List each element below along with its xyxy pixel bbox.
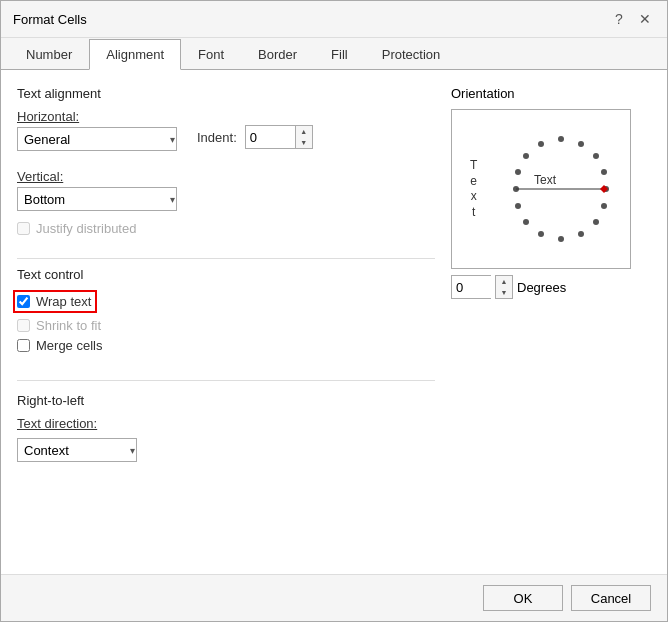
indent-down-button[interactable]: ▼ <box>296 137 312 148</box>
justify-distributed-checkbox[interactable] <box>17 222 30 235</box>
orient-dot-14 <box>515 169 521 175</box>
ok-button[interactable]: OK <box>483 585 563 611</box>
orientation-dots-area: Text <box>492 110 630 268</box>
left-panel: Text alignment Horizontal: General Left … <box>17 86 435 558</box>
title-bar-left: Format Cells <box>13 12 87 27</box>
format-cells-dialog: Format Cells ? ✕ Number Alignment Font B… <box>0 0 668 622</box>
horizontal-label: Horizontal: <box>17 109 435 124</box>
degrees-label: Degrees <box>517 280 566 295</box>
tab-protection[interactable]: Protection <box>365 39 458 70</box>
indent-label: Indent: <box>197 130 237 145</box>
merge-cells-label: Merge cells <box>36 338 102 353</box>
tab-border[interactable]: Border <box>241 39 314 70</box>
horizontal-select[interactable]: General Left Center Right Fill Justify <box>17 127 177 151</box>
cancel-button[interactable]: Cancel <box>571 585 651 611</box>
tab-fill[interactable]: Fill <box>314 39 365 70</box>
vertical-select-wrapper: Top Center Bottom Justify Distributed ▾ <box>17 187 177 211</box>
justify-distributed-row: Justify distributed <box>17 221 435 236</box>
orient-dot-6 <box>601 203 607 209</box>
text-alignment-section-title: Text alignment <box>17 86 435 101</box>
orient-dot-9 <box>558 236 564 242</box>
wrap-text-label: Wrap text <box>36 294 91 309</box>
wrap-text-row: Wrap text <box>17 290 435 313</box>
tab-content: Text alignment Horizontal: General Left … <box>1 70 667 574</box>
orient-dot-7 <box>593 219 599 225</box>
shrink-to-fit-checkbox[interactable] <box>17 319 30 332</box>
footer: OK Cancel <box>1 574 667 621</box>
orient-dot-4 <box>601 169 607 175</box>
wrap-text-highlight: Wrap text <box>13 290 97 313</box>
indent-up-button[interactable]: ▲ <box>296 126 312 137</box>
dialog-title: Format Cells <box>13 12 87 27</box>
tab-font[interactable]: Font <box>181 39 241 70</box>
degrees-input[interactable] <box>451 275 491 299</box>
merge-cells-row: Merge cells <box>17 338 435 353</box>
wrap-text-checkbox[interactable] <box>17 295 30 308</box>
title-bar: Format Cells ? ✕ <box>1 1 667 38</box>
orient-dot-3 <box>593 153 599 159</box>
orientation-svg[interactable]: Text <box>496 124 626 254</box>
tab-number[interactable]: Number <box>9 39 89 70</box>
text-direction-label: Text direction: <box>17 416 435 431</box>
degrees-up-button[interactable]: ▲ <box>496 276 512 287</box>
orient-dot-11 <box>523 219 529 225</box>
orient-dot-1 <box>558 136 564 142</box>
indent-spinner-buttons: ▲ ▼ <box>295 125 313 149</box>
text-direction-select[interactable]: Context Left-to-Right Right-to-Left <box>17 438 137 462</box>
merge-cells-checkbox[interactable] <box>17 339 30 352</box>
right-panel: Orientation T e x t <box>451 86 651 558</box>
orient-dot-12 <box>515 203 521 209</box>
indent-spinner: ▲ ▼ <box>245 125 313 149</box>
close-button[interactable]: ✕ <box>635 9 655 29</box>
indent-row: Indent: ▲ ▼ <box>197 125 435 149</box>
divider-1 <box>17 258 435 259</box>
orient-dot-2 <box>578 141 584 147</box>
text-control-title: Text control <box>17 267 435 282</box>
text-direction-select-wrapper: Context Left-to-Right Right-to-Left ▾ <box>17 438 137 462</box>
justify-distributed-label: Justify distributed <box>36 221 136 236</box>
shrink-to-fit-label: Shrink to fit <box>36 318 101 333</box>
title-bar-right: ? ✕ <box>609 9 655 29</box>
rtl-section: Right-to-left Text direction: Context Le… <box>17 393 435 462</box>
orient-dot-10 <box>538 231 544 237</box>
tab-alignment[interactable]: Alignment <box>89 39 181 70</box>
text-control-section: Text control Wrap text Shrink to fit <box>17 267 435 358</box>
orientation-vertical-text: T e x t <box>470 158 479 220</box>
vertical-field-group: Vertical: Top Center Bottom Justify Dist… <box>17 169 435 211</box>
orient-dot-8 <box>578 231 584 237</box>
indent-input[interactable] <box>245 125 295 149</box>
orientation-title: Orientation <box>451 86 651 101</box>
horizontal-select-wrapper: General Left Center Right Fill Justify ▾ <box>17 127 177 151</box>
rtl-title: Right-to-left <box>17 393 435 408</box>
vertical-select[interactable]: Top Center Bottom Justify Distributed <box>17 187 177 211</box>
orientation-box: T e x t <box>451 109 631 269</box>
degrees-spinner-buttons: ▲ ▼ <box>495 275 513 299</box>
divider-2 <box>17 380 435 381</box>
shrink-to-fit-row: Shrink to fit <box>17 318 435 333</box>
help-button[interactable]: ? <box>609 9 629 29</box>
orient-text-label: Text <box>534 173 557 187</box>
degrees-row: ▲ ▼ Degrees <box>451 275 651 299</box>
tabs-bar: Number Alignment Font Border Fill Protec… <box>1 38 667 70</box>
degrees-down-button[interactable]: ▼ <box>496 287 512 298</box>
orient-dot-15 <box>523 153 529 159</box>
vertical-label: Vertical: <box>17 169 435 184</box>
orient-dot-16 <box>538 141 544 147</box>
